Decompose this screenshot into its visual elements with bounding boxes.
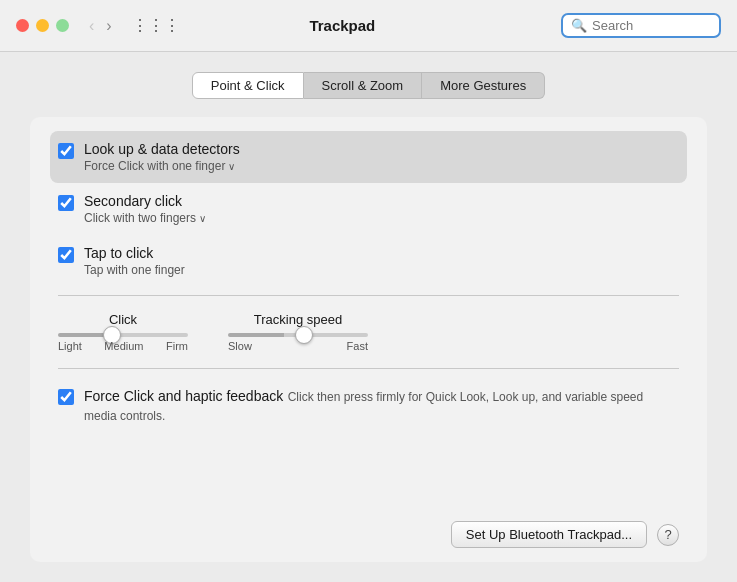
tracking-slider-label: Tracking speed bbox=[254, 312, 342, 327]
click-mid-label: Medium bbox=[104, 340, 143, 352]
tab-more-gestures[interactable]: More Gestures bbox=[422, 72, 545, 99]
back-button[interactable]: ‹ bbox=[85, 16, 98, 36]
force-click-checkbox-wrap bbox=[58, 389, 74, 409]
look-up-checkbox-wrap bbox=[58, 143, 74, 163]
tabs-bar: Point & Click Scroll & Zoom More Gesture… bbox=[30, 72, 707, 99]
click-slider-group: Click Light Medium Firm bbox=[58, 312, 188, 352]
tap-to-click-subtitle: Tap with one finger bbox=[84, 263, 185, 277]
look-up-text: Look up & data detectors Force Click wit… bbox=[84, 141, 240, 173]
force-click-checkbox[interactable] bbox=[58, 389, 74, 405]
tap-to-click-checkbox[interactable] bbox=[58, 247, 74, 263]
tracking-slider[interactable] bbox=[228, 333, 368, 337]
maximize-button[interactable] bbox=[56, 19, 69, 32]
tap-to-click-text: Tap to click Tap with one finger bbox=[84, 245, 185, 277]
tap-to-click-option: Tap to click Tap with one finger bbox=[50, 235, 687, 287]
look-up-title: Look up & data detectors bbox=[84, 141, 240, 157]
nav-arrows: ‹ › bbox=[85, 16, 116, 36]
secondary-click-chevron-icon: ∨ bbox=[199, 213, 206, 224]
forward-button[interactable]: › bbox=[102, 16, 115, 36]
force-click-title: Force Click and haptic feedback bbox=[84, 388, 283, 404]
force-click-text: Force Click and haptic feedback Click th… bbox=[84, 387, 679, 425]
force-click-option: Force Click and haptic feedback Click th… bbox=[50, 377, 687, 435]
window-title: Trackpad bbox=[136, 17, 549, 34]
secondary-click-text: Secondary click Click with two fingers ∨ bbox=[84, 193, 206, 225]
look-up-subtitle: Force Click with one finger ∨ bbox=[84, 159, 240, 173]
click-slider-labels: Light Medium Firm bbox=[58, 340, 188, 352]
footer: Set Up Bluetooth Trackpad... ? bbox=[50, 509, 687, 548]
tracking-min-label: Slow bbox=[228, 340, 252, 352]
titlebar: ‹ › ⋮⋮⋮ Trackpad 🔍 bbox=[0, 0, 737, 52]
bluetooth-trackpad-button[interactable]: Set Up Bluetooth Trackpad... bbox=[451, 521, 647, 548]
settings-panel: Look up & data detectors Force Click wit… bbox=[30, 117, 707, 562]
tracking-slider-labels: Slow Fast bbox=[228, 340, 368, 352]
search-input[interactable] bbox=[592, 18, 711, 33]
tab-point-click[interactable]: Point & Click bbox=[192, 72, 304, 99]
click-slider[interactable] bbox=[58, 333, 188, 337]
divider-2 bbox=[58, 368, 679, 369]
tap-to-click-checkbox-wrap bbox=[58, 247, 74, 267]
look-up-option: Look up & data detectors Force Click wit… bbox=[50, 131, 687, 183]
tracking-slider-group: Tracking speed Slow Fast bbox=[228, 312, 368, 352]
click-slider-label: Click bbox=[109, 312, 137, 327]
secondary-click-checkbox-wrap bbox=[58, 195, 74, 215]
close-button[interactable] bbox=[16, 19, 29, 32]
secondary-click-subtitle: Click with two fingers ∨ bbox=[84, 211, 206, 225]
search-icon: 🔍 bbox=[571, 18, 587, 33]
help-button[interactable]: ? bbox=[657, 524, 679, 546]
look-up-checkbox[interactable] bbox=[58, 143, 74, 159]
click-max-label: Firm bbox=[166, 340, 188, 352]
secondary-click-option: Secondary click Click with two fingers ∨ bbox=[50, 183, 687, 235]
tracking-max-label: Fast bbox=[347, 340, 368, 352]
sliders-section: Click Light Medium Firm Tracking speed S bbox=[50, 304, 687, 360]
search-box: 🔍 bbox=[561, 13, 721, 38]
tracking-slider-wrap: Slow Fast bbox=[228, 333, 368, 352]
click-slider-wrap: Light Medium Firm bbox=[58, 333, 188, 352]
tab-scroll-zoom[interactable]: Scroll & Zoom bbox=[304, 72, 423, 99]
main-content: Point & Click Scroll & Zoom More Gesture… bbox=[0, 52, 737, 582]
secondary-click-checkbox[interactable] bbox=[58, 195, 74, 211]
traffic-lights bbox=[16, 19, 69, 32]
tap-to-click-title: Tap to click bbox=[84, 245, 185, 261]
minimize-button[interactable] bbox=[36, 19, 49, 32]
divider-1 bbox=[58, 295, 679, 296]
secondary-click-title: Secondary click bbox=[84, 193, 206, 209]
look-up-chevron-icon: ∨ bbox=[228, 161, 235, 172]
click-min-label: Light bbox=[58, 340, 82, 352]
